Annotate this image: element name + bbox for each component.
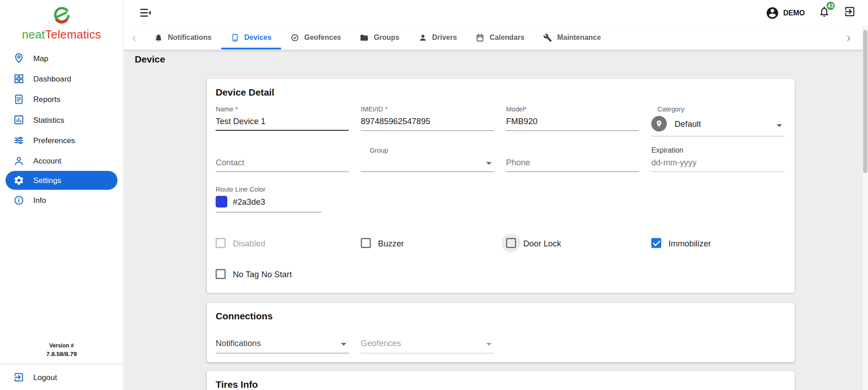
group-label: Group (361, 146, 494, 154)
door-lock-checkbox[interactable]: Door Lock (506, 238, 639, 248)
checkbox-icon (215, 269, 225, 279)
tab-label: Geofences (304, 33, 341, 41)
category-value: Default (675, 119, 701, 129)
sidebar-item-label: Statistics (33, 115, 64, 124)
group-select[interactable] (361, 154, 494, 172)
tab-label: Groups (374, 33, 400, 41)
immobilizer-checkbox[interactable]: Immobilizer (651, 238, 784, 248)
sidebar-nav: Map Dashboard Reports Statistics Prefere… (0, 48, 123, 210)
tab-label: Maintenance (557, 33, 601, 41)
checkbox-row-1: Disabled Buzzer Door Lock Immobilizer (215, 238, 786, 248)
category-select[interactable]: Default (651, 115, 784, 137)
sidebar-item-account[interactable]: Account (0, 150, 123, 171)
sidebar-item-label: Dashboard (33, 74, 71, 83)
checkbox-label: No Tag No Start (233, 270, 291, 279)
tab-groups[interactable]: Groups (351, 25, 409, 49)
tab-maintenance[interactable]: Maintenance (534, 25, 610, 49)
app-window: neatTelematics Map Dashboard Reports Sta… (0, 0, 868, 390)
geofence-icon (291, 33, 300, 42)
card-title: Connections (215, 311, 786, 323)
notifications-select[interactable]: Notifications (215, 335, 348, 353)
checkbox-checked-icon (651, 238, 661, 248)
chevron-down-icon (341, 343, 346, 346)
expiration-input[interactable]: dd-mm-yyyy (651, 154, 784, 172)
checkbox-label: Immobilizer (668, 238, 711, 248)
checkbox-icon (361, 238, 371, 248)
checkbox-label: Door Lock (523, 238, 561, 248)
imei-input[interactable]: 897485962547895 (361, 113, 494, 131)
report-icon (13, 93, 24, 104)
phone-input[interactable]: Phone (506, 154, 639, 172)
brand-swirl-icon (52, 5, 72, 25)
sidebar-item-label: Info (33, 196, 46, 205)
info-icon (13, 194, 24, 205)
exit-icon (844, 5, 856, 18)
sidebar-item-dashboard[interactable]: Dashboard (0, 68, 123, 89)
color-swatch[interactable] (215, 196, 227, 207)
group-field: Group (361, 146, 494, 172)
contact-field: Contact (215, 146, 348, 172)
notifications-button[interactable]: 43 (818, 5, 830, 20)
tab-label: Drivers (432, 33, 457, 41)
chevron-down-icon (777, 124, 782, 127)
tires-info-card: Tires Info (207, 371, 795, 390)
sidebar: neatTelematics Map Dashboard Reports Sta… (0, 0, 124, 390)
sidebar-item-preferences[interactable]: Preferences (0, 130, 123, 150)
tab-label: Devices (244, 33, 272, 41)
vertical-scrollbar[interactable] (863, 25, 868, 390)
phone-field: Phone (506, 146, 639, 172)
version-label: Version # (0, 342, 123, 348)
notification-badge: 43 (826, 1, 835, 10)
name-input[interactable]: Test Device 1 (215, 113, 348, 131)
main-area: DEMO 43 ‹ Notifications Devices (124, 0, 868, 390)
scrollbar-thumb[interactable] (863, 30, 868, 173)
sidebar-item-map[interactable]: Map (0, 48, 123, 68)
sidebar-item-settings[interactable]: Settings (5, 171, 117, 190)
logout-button[interactable]: Logout (0, 365, 123, 390)
sidebar-item-label: Reports (33, 95, 60, 104)
expiration-label: Expiration (651, 146, 784, 154)
map-pin-icon (13, 53, 24, 63)
model-input[interactable]: FMB920 (506, 113, 639, 131)
sidebar-item-statistics[interactable]: Statistics (0, 109, 123, 130)
gear-icon (13, 175, 24, 186)
wrench-icon (544, 33, 553, 42)
device-detail-card: Device Detail Name * Test Device 1 IMEI/… (207, 79, 795, 293)
route-color-input[interactable]: #2a3de3 (215, 193, 321, 212)
imei-label: IMEI/ID * (361, 106, 494, 113)
disabled-checkbox[interactable]: Disabled (215, 238, 348, 248)
geofences-select[interactable]: Geofences (361, 335, 494, 353)
settings-tabbar: ‹ Notifications Devices Geofences Groups… (124, 25, 868, 50)
tab-notifications[interactable]: Notifications (145, 25, 221, 49)
sidebar-footer: Version # 7.8.58/8.79 Logout (0, 342, 123, 390)
route-color-label: Route Line Color (215, 185, 321, 193)
sidebar-collapse-button[interactable] (139, 6, 152, 19)
name-label: Name * (215, 106, 348, 113)
sidebar-item-label: Settings (33, 176, 61, 185)
chevron-down-icon (486, 162, 491, 164)
contact-input[interactable]: Contact (215, 154, 348, 172)
menu-collapse-icon (139, 6, 152, 19)
tab-devices[interactable]: Devices (221, 25, 281, 49)
sidebar-item-info[interactable]: Info (0, 190, 123, 210)
tab-scroll-right-button[interactable]: › (838, 25, 859, 49)
checkbox-label: Buzzer (378, 238, 404, 248)
no-tag-no-start-checkbox[interactable]: No Tag No Start (215, 269, 348, 279)
field-row-2: Contact Group Phone Expiration dd-mm-yyy… (215, 146, 786, 172)
chevron-down-icon (486, 343, 491, 346)
tab-geofences[interactable]: Geofences (281, 25, 351, 49)
tab-calendars[interactable]: Calendars (467, 25, 534, 49)
tab-label: Calendars (490, 33, 525, 41)
user-menu[interactable]: DEMO (765, 6, 805, 20)
folder-icon (360, 33, 369, 42)
buzzer-checkbox[interactable]: Buzzer (361, 238, 494, 248)
signout-button[interactable] (844, 5, 856, 20)
tab-scroll-left-button[interactable]: ‹ (124, 25, 145, 49)
sidebar-item-label: Map (33, 53, 48, 63)
select-value: Geofences (361, 338, 401, 348)
tab-drivers[interactable]: Drivers (409, 25, 466, 49)
model-label: Model* (506, 106, 639, 113)
sidebar-item-reports[interactable]: Reports (0, 89, 123, 109)
card-title: Tires Info (215, 379, 786, 390)
card-title: Device Detail (215, 87, 786, 99)
